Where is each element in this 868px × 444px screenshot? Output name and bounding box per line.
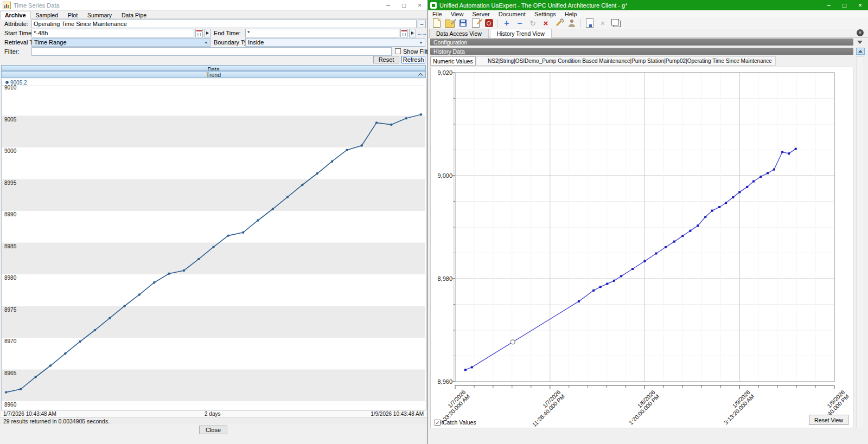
catch-values-checkbox[interactable]: ✓ <box>435 420 441 426</box>
series-color-swatch <box>480 58 486 64</box>
svg-text:9010: 9010 <box>4 85 17 91</box>
open-document-icon[interactable] <box>444 18 456 28</box>
history-data-label: History Data <box>433 48 465 55</box>
svg-text:8960: 8960 <box>4 402 17 408</box>
boundary-type-select[interactable]: Inside <box>245 38 425 47</box>
side-scrollbar[interactable] <box>856 56 864 428</box>
triangle-right-icon <box>411 31 414 35</box>
trend-panel-header[interactable]: Trend <box>1 71 426 78</box>
svg-text:9,000: 9,000 <box>437 172 452 179</box>
close-icon[interactable]: × <box>412 0 427 10</box>
reset-button[interactable]: Reset <box>373 56 399 63</box>
user-icon[interactable] <box>566 18 578 28</box>
numeric-values-tab[interactable]: Numeric Values <box>430 56 476 66</box>
document-cancel-icon[interactable]: × <box>597 18 609 28</box>
svg-text:9005.2: 9005.2 <box>10 80 27 86</box>
tab-history-trend-view[interactable]: History Trend View <box>490 29 552 38</box>
close-button[interactable]: Close <box>199 426 227 434</box>
history-trend-chart[interactable]: 9,0209,0008,9808,9601/7/20269:33:20.000 … <box>431 67 853 428</box>
attribute-input[interactable] <box>31 20 417 28</box>
trend-chart[interactable]: 9010900590008995899089858980897589708965… <box>2 79 425 410</box>
close-view-icon[interactable]: × <box>857 29 864 36</box>
new-document-icon[interactable] <box>431 18 443 28</box>
filter-input[interactable] <box>31 47 392 56</box>
left-tab-strip: ArchiveSampledPlotSummaryData Pipe <box>0 11 427 19</box>
svg-text:8975: 8975 <box>4 307 17 313</box>
uaexpert-app-icon <box>430 2 437 9</box>
tab-summary[interactable]: Summary <box>82 11 117 19</box>
close-icon[interactable]: × <box>852 0 868 10</box>
minimize-icon[interactable]: – <box>380 0 396 10</box>
trend-chart-area[interactable]: 9010900590008995899089858980897589708965… <box>1 79 427 410</box>
configuration-header[interactable]: Configuration <box>430 38 853 46</box>
data-panel-header[interactable]: Data <box>1 65 426 71</box>
remove-icon[interactable]: − <box>514 18 526 28</box>
left-titlebar: Time Series Data – □ × <box>0 0 427 11</box>
tab-archive[interactable]: Archive <box>0 11 31 20</box>
edit-document-icon[interactable] <box>470 18 482 28</box>
disconnect-icon[interactable] <box>483 18 495 28</box>
collapse-up-button[interactable] <box>856 48 865 55</box>
menu-file[interactable]: File <box>428 11 446 17</box>
svg-text:1/8/20261:20:00.000 PM: 1/8/20261:20:00.000 PM <box>623 389 661 426</box>
wrench-icon[interactable] <box>553 18 565 28</box>
end-time-calendar-icon[interactable] <box>400 29 408 37</box>
step-forward-button[interactable]: → <box>422 29 427 37</box>
show-filtered-checkbox[interactable] <box>395 48 401 54</box>
boundary-type-value: Inside <box>248 39 264 46</box>
svg-text:8985: 8985 <box>4 243 17 249</box>
save-document-icon[interactable] <box>457 18 469 28</box>
svg-text:9005: 9005 <box>4 117 17 123</box>
series-legend-tab[interactable]: NS2|String|OSIDemo_Pump Condition Based … <box>476 56 776 66</box>
chevron-down-icon <box>419 42 423 44</box>
attribute-more-button[interactable]: – <box>418 20 426 28</box>
svg-text:1/9/20263:13:20.000 AM: 1/9/20263:13:20.000 AM <box>718 389 755 426</box>
chevron-up-icon <box>418 73 423 78</box>
maximize-icon[interactable]: □ <box>396 0 412 10</box>
start-time-input[interactable] <box>31 29 194 37</box>
collapse-down-icon[interactable] <box>857 41 863 44</box>
menu-server[interactable]: Server <box>468 11 494 17</box>
refresh-button[interactable]: Refresh <box>401 56 425 63</box>
right-window-title: Unified Automation UaExpert - The OPC Un… <box>439 2 627 9</box>
x-axis-end-label: 1/9/2026 10:43:48 AM <box>371 411 424 417</box>
history-data-header[interactable]: History Data <box>430 48 853 55</box>
add-icon[interactable]: + <box>501 18 513 28</box>
menu-help[interactable]: Help <box>560 11 582 17</box>
filter-label: Filter: <box>4 48 20 55</box>
retrieval-type-select[interactable]: Time Range <box>31 38 210 47</box>
tab-sampled[interactable]: Sampled <box>31 11 63 19</box>
minimize-icon[interactable]: – <box>821 0 837 10</box>
triangle-right-icon <box>206 31 209 35</box>
tab-plot[interactable]: Plot <box>63 11 82 19</box>
status-bar: 29 results returned in 0.0034905 seconds… <box>0 417 427 424</box>
maximize-icon[interactable]: □ <box>837 0 852 10</box>
menu-view[interactable]: View <box>446 11 468 17</box>
start-time-calendar-icon[interactable] <box>195 29 203 37</box>
chevron-up-icon <box>858 50 863 53</box>
svg-text:9000: 9000 <box>4 148 17 154</box>
menu-settings[interactable]: Settings <box>530 11 560 17</box>
end-time-input[interactable] <box>245 29 399 37</box>
configuration-label: Configuration <box>433 39 467 46</box>
delete-icon[interactable]: × <box>540 18 552 28</box>
start-time-expand-button[interactable] <box>204 29 211 37</box>
svg-text:8995: 8995 <box>4 180 17 186</box>
svg-text:8,960: 8,960 <box>437 378 452 385</box>
menu-document[interactable]: Document <box>494 11 530 17</box>
cascade-windows-icon[interactable] <box>610 18 622 28</box>
toolbar-separator <box>580 19 581 28</box>
attribute-label: Attribute: <box>4 21 28 27</box>
x-axis-span-label: 2 days <box>205 411 220 417</box>
catch-values-label: Catch Values <box>443 419 476 426</box>
tab-data-pipe[interactable]: Data Pipe <box>117 11 151 19</box>
document-properties-icon[interactable] <box>584 18 596 28</box>
trend-x-axis: 1/7/2026 10:43:48 AM 2 days 1/9/2026 10:… <box>1 410 426 417</box>
reset-view-button[interactable]: Reset View <box>809 415 848 425</box>
left-bottom-bar: Close <box>0 424 427 444</box>
refresh-icon[interactable]: ↻ <box>527 18 539 28</box>
toolbar-separator <box>497 19 498 28</box>
end-time-expand-button[interactable] <box>409 29 416 37</box>
time-series-app-icon <box>3 2 11 9</box>
tab-data-access-view[interactable]: Data Access View <box>429 29 489 38</box>
